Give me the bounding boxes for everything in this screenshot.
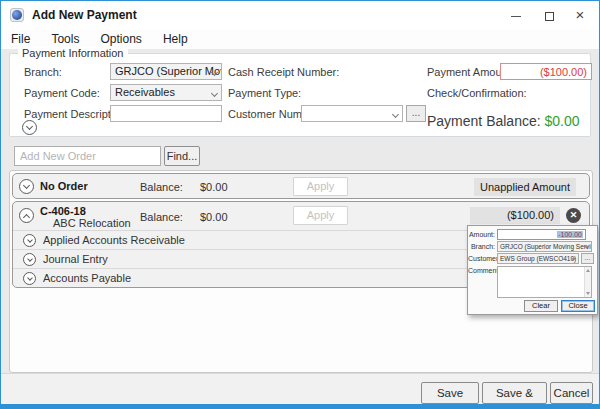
payment-balance: Payment Balance: $0.00	[427, 113, 580, 129]
order-number: C-406-18	[40, 205, 86, 217]
amount-popup: Amount: -100.00 Branch: GRJCO (Superior …	[467, 225, 598, 315]
payment-code-value: Receivables	[115, 86, 175, 98]
menu-item-tools[interactable]: Tools	[43, 29, 87, 46]
expand-no-order-button[interactable]	[19, 179, 34, 194]
no-order-title: No Order	[40, 180, 88, 192]
payment-description-input[interactable]	[110, 105, 222, 122]
client-area: Payment Information Branch: GRJCO (Super…	[1, 49, 599, 406]
section-label: Applied Accounts Receivable	[43, 234, 185, 246]
popup-amount-input[interactable]: -100.00	[497, 229, 586, 240]
popup-comments-textarea[interactable]	[497, 266, 592, 298]
menu-item-options[interactable]: Options	[92, 29, 149, 46]
order-balance-label: Balance:	[140, 211, 183, 223]
collapse-order-button[interactable]	[19, 208, 34, 223]
section-label: Journal Entry	[43, 253, 108, 265]
popup-comments-label: Comments:	[468, 267, 495, 274]
minimize-button[interactable]	[501, 1, 531, 29]
chevron-down-icon	[27, 237, 33, 243]
balance-label: Balance:	[140, 181, 183, 193]
title-bar: Add New Payment ×	[1, 1, 599, 29]
chevron-down-icon	[27, 256, 33, 262]
group-title: Payment Information	[18, 47, 128, 59]
payment-code-select[interactable]: Receivables	[110, 84, 222, 101]
window-bottom-border	[1, 404, 599, 408]
remove-order-button[interactable]: ✕	[566, 208, 581, 223]
expand-payment-info-button[interactable]	[22, 120, 37, 135]
check-confirmation-label: Check/Confirmation:	[427, 87, 527, 99]
save-button[interactable]: Save	[421, 382, 479, 404]
footer-bar: Save Save & New Cancel	[1, 373, 599, 406]
save-new-button[interactable]: Save & New	[482, 382, 547, 404]
popup-customer-label: Customer:	[468, 255, 495, 262]
customer-number-select[interactable]	[301, 105, 403, 122]
cancel-button[interactable]: Cancel	[550, 382, 593, 404]
menu-bar: File Tools Options Help	[1, 29, 599, 49]
close-button[interactable]: ×	[565, 1, 595, 29]
unapplied-amount-box: Unapplied Amount	[474, 178, 576, 196]
order-apply-button[interactable]: Apply	[293, 206, 348, 225]
popup-customer-lookup-button[interactable]: ...	[581, 253, 594, 264]
payment-type-label: Payment Type:	[228, 87, 301, 99]
popup-close-button[interactable]: Close	[561, 300, 595, 312]
app-icon	[10, 8, 24, 22]
chevron-down-icon	[27, 275, 33, 281]
apply-button[interactable]: Apply	[293, 177, 348, 196]
scroll-up-icon	[586, 269, 590, 272]
popup-amount-label: Amount:	[468, 231, 495, 238]
payment-balance-value: $0.00	[545, 113, 580, 129]
chevron-down-icon	[211, 90, 218, 97]
window: Add New Payment × File Tools Options Hel…	[0, 0, 600, 409]
window-title: Add New Payment	[32, 8, 137, 22]
section-label: Accounts Payable	[43, 272, 131, 284]
branch-value: GRJCO (Superior Movir	[115, 65, 222, 77]
popup-branch-select[interactable]: GRJCO (Superior Moving Services of CO)	[497, 241, 592, 252]
add-new-order-input[interactable]	[14, 146, 161, 166]
branch-label: Branch:	[24, 66, 62, 78]
chevron-up-icon	[23, 213, 30, 220]
find-button[interactable]: Find...	[164, 146, 200, 166]
order-amount-box: ($100.00)	[470, 207, 560, 224]
expand-section-button[interactable]	[23, 272, 36, 285]
customer-lookup-button[interactable]: ...	[406, 105, 426, 122]
order-balance-value: $0.00	[200, 211, 228, 223]
popup-customer-select[interactable]: EWS Group (EWSCO410)	[497, 253, 579, 264]
no-order-card: No Order Balance: $0.00 Apply Unapplied …	[12, 173, 590, 199]
popup-branch-value: GRJCO (Superior Moving Services of CO)	[500, 243, 592, 250]
popup-amount-value: -100.00	[557, 231, 583, 238]
scroll-down-icon	[586, 292, 590, 295]
popup-customer-value: EWS Group (EWSCO410)	[500, 255, 576, 262]
expand-section-button[interactable]	[23, 253, 36, 266]
payment-amount-input[interactable]	[500, 63, 592, 80]
balance-value: $0.00	[200, 181, 228, 193]
chevron-down-icon	[23, 181, 30, 188]
menu-item-help[interactable]: Help	[155, 29, 196, 46]
payment-balance-label: Payment Balance:	[427, 113, 541, 129]
payment-information-group: Payment Information Branch: GRJCO (Super…	[9, 53, 591, 137]
menu-item-file[interactable]: File	[3, 29, 38, 46]
branch-select[interactable]: GRJCO (Superior Movir	[110, 63, 222, 80]
order-name: ABC Relocation	[53, 217, 131, 229]
chevron-down-icon	[26, 122, 33, 129]
popup-clear-button[interactable]: Clear	[524, 300, 558, 312]
expand-section-button[interactable]	[23, 234, 36, 247]
payment-code-label: Payment Code:	[24, 87, 100, 99]
chevron-down-icon	[392, 111, 399, 118]
maximize-button[interactable]	[534, 1, 564, 29]
cash-receipt-number-label: Cash Receipt Number:	[228, 66, 339, 78]
scrollbar[interactable]	[584, 267, 591, 297]
popup-branch-label: Branch:	[468, 243, 495, 250]
